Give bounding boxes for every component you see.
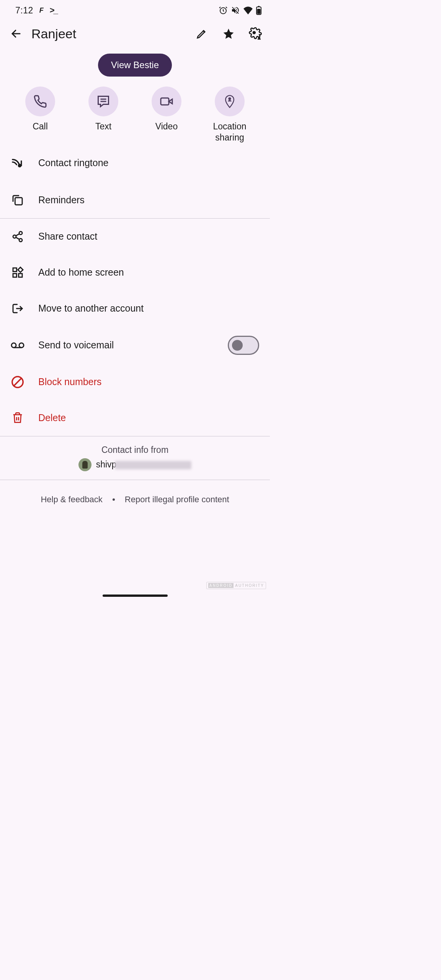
svg-point-15	[13, 235, 16, 238]
report-link[interactable]: Report illegal profile content	[125, 495, 229, 505]
voicemail-item: Send to voicemail	[0, 327, 270, 364]
svg-rect-8	[161, 98, 169, 105]
status-left: 7:12 F >_	[15, 5, 57, 16]
contact-info-section: Contact info from shivp	[0, 436, 270, 480]
delete-item[interactable]: Delete	[0, 400, 270, 436]
svg-line-18	[16, 234, 19, 235]
block-item[interactable]: Block numbers	[0, 364, 270, 400]
svg-point-14	[19, 231, 22, 234]
message-icon	[96, 95, 110, 108]
terminal-icon: >_	[50, 5, 57, 15]
svg-line-28	[14, 378, 21, 386]
voicemail-icon	[11, 338, 24, 352]
svg-point-10	[229, 98, 231, 100]
share-item[interactable]: Share contact	[0, 219, 270, 255]
svg-point-16	[19, 238, 22, 242]
svg-point-25	[19, 343, 24, 348]
block-label: Block numbers	[38, 376, 259, 387]
mute-icon	[231, 6, 240, 15]
pill-wrap: View Bestie	[0, 48, 270, 83]
svg-rect-3	[257, 9, 261, 14]
app-bar: Ranjeet	[0, 19, 270, 48]
watermark-site: AUTHORITY	[235, 583, 264, 588]
account-email: shivp	[96, 459, 192, 470]
quick-actions: Call Text Video Location sharing	[0, 83, 270, 143]
video-action[interactable]: Video	[142, 87, 191, 143]
ringtone-item[interactable]: Contact ringtone	[0, 146, 270, 182]
text-circle	[88, 87, 118, 116]
location-circle	[215, 87, 245, 116]
widgets-icon	[11, 266, 24, 279]
svg-rect-19	[13, 268, 16, 271]
email-prefix: shivp	[96, 459, 117, 469]
svg-line-17	[16, 237, 19, 239]
homescreen-item[interactable]: Add to home screen	[0, 255, 270, 291]
reminders-label: Reminders	[38, 194, 259, 206]
ringtone-label: Contact ringtone	[38, 157, 259, 168]
wifi-icon	[243, 6, 253, 15]
call-action[interactable]: Call	[15, 87, 65, 143]
location-action[interactable]: Location sharing	[205, 87, 255, 143]
move-account-item[interactable]: Move to another account	[0, 291, 270, 327]
watermark: ANDROID AUTHORITY	[206, 582, 266, 589]
battery-icon	[256, 6, 261, 15]
arrow-left-icon	[10, 28, 22, 39]
favorite-button[interactable]	[221, 26, 236, 41]
nav-handle[interactable]	[103, 595, 168, 597]
svg-rect-20	[13, 273, 16, 277]
watermark-brand: ANDROID	[208, 583, 234, 588]
text-label: Text	[95, 121, 111, 132]
voicemail-toggle[interactable]	[228, 336, 259, 355]
call-circle	[25, 87, 55, 116]
reminders-icon	[11, 193, 24, 207]
info-account-row[interactable]: shivp	[78, 458, 192, 471]
app-bar-actions	[194, 26, 263, 41]
footer-links: Help & feedback Report illegal profile c…	[0, 480, 270, 519]
settings-button[interactable]	[248, 26, 263, 41]
share-icon	[11, 230, 24, 243]
toggle-knob	[232, 340, 243, 351]
list-group-1: Contact ringtone Reminders	[0, 146, 270, 218]
contact-name: Ranjeet	[31, 26, 186, 41]
info-title: Contact info from	[101, 445, 168, 455]
share-label: Share contact	[38, 231, 259, 242]
pencil-icon	[196, 28, 207, 39]
call-label: Call	[33, 121, 48, 132]
app-notif-icon: F	[39, 7, 44, 15]
trash-icon	[11, 411, 24, 425]
block-icon	[11, 375, 24, 389]
svg-rect-2	[258, 6, 260, 7]
account-avatar	[78, 458, 91, 471]
edit-button[interactable]	[194, 26, 209, 41]
separator-dot	[113, 498, 115, 501]
back-button[interactable]	[8, 26, 24, 41]
phone-icon	[33, 95, 47, 108]
location-label: Location sharing	[205, 121, 255, 143]
email-redacted	[115, 461, 191, 469]
svg-point-24	[11, 343, 16, 348]
voicemail-label: Send to voicemail	[38, 340, 214, 351]
move-icon	[11, 302, 24, 315]
svg-rect-22	[18, 267, 23, 272]
status-time: 7:12	[15, 5, 33, 16]
video-circle	[152, 87, 181, 116]
list-group-2: Share contact Add to home screen Move to…	[0, 219, 270, 436]
alarm-icon	[219, 6, 228, 15]
help-link[interactable]: Help & feedback	[41, 495, 102, 505]
svg-rect-13	[15, 198, 22, 205]
delete-label: Delete	[38, 412, 259, 423]
video-label: Video	[155, 121, 178, 132]
ringtone-icon	[11, 156, 24, 170]
reminders-item[interactable]: Reminders	[0, 182, 270, 218]
text-action[interactable]: Text	[78, 87, 128, 143]
homescreen-label: Add to home screen	[38, 267, 259, 278]
location-pin-icon	[224, 95, 235, 108]
star-icon	[222, 28, 235, 40]
status-right	[219, 6, 261, 15]
gear-person-icon	[249, 27, 262, 40]
video-icon	[160, 95, 173, 108]
svg-rect-21	[19, 273, 22, 277]
view-bestie-button[interactable]: View Bestie	[98, 54, 172, 77]
svg-rect-12	[21, 160, 22, 166]
move-label: Move to another account	[38, 303, 259, 314]
